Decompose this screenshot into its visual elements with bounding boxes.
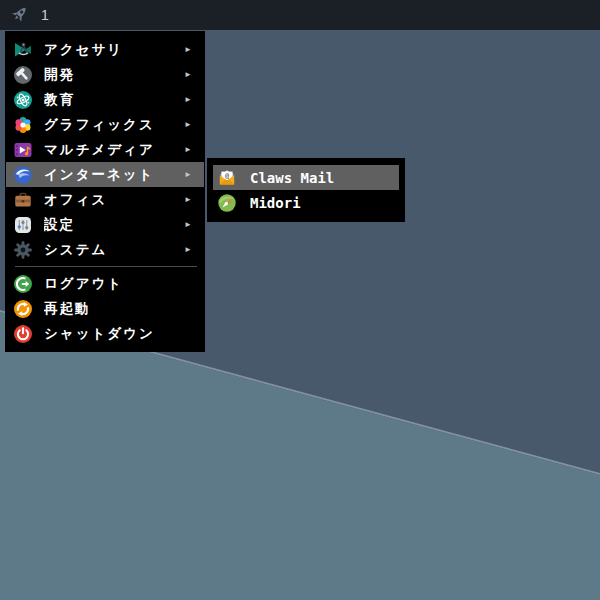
menu-item-label: 開発 <box>44 66 184 84</box>
menu-item-label: オフィス <box>44 191 184 209</box>
submenu-arrow-icon: ► <box>184 170 197 179</box>
submenu-arrow-icon: ► <box>184 195 197 204</box>
menu-item-internet[interactable]: インターネット ► <box>6 162 204 187</box>
menu-item-label: アクセサリ <box>44 41 184 59</box>
submenu-item-midori[interactable]: Midori <box>213 190 399 215</box>
submenu-item-label: Claws Mail <box>250 170 397 186</box>
menu-item-system[interactable]: システム ► <box>6 237 204 262</box>
development-icon <box>13 65 33 85</box>
logout-icon <box>13 274 33 294</box>
submenu-item-label: Midori <box>250 195 397 211</box>
menu-item-settings[interactable]: 設定 ► <box>6 212 204 237</box>
menu-item-label: シャットダウン <box>44 325 197 343</box>
svg-text:@: @ <box>225 171 229 179</box>
graphics-icon <box>13 115 33 135</box>
menu-separator <box>15 266 197 267</box>
rocket-icon[interactable] <box>8 4 30 26</box>
submenu-arrow-icon: ► <box>184 245 197 254</box>
internet-icon <box>13 165 33 185</box>
restart-icon <box>13 299 33 319</box>
submenu-arrow-icon: ► <box>184 220 197 229</box>
system-icon <box>13 240 33 260</box>
menu-item-education[interactable]: 教育 ► <box>6 87 204 112</box>
settings-icon <box>13 215 33 235</box>
shutdown-icon <box>13 324 33 344</box>
submenu-arrow-icon: ► <box>184 45 197 54</box>
submenu-arrow-icon: ► <box>184 120 197 129</box>
menu-item-label: 設定 <box>44 216 184 234</box>
submenu-arrow-icon: ► <box>184 95 197 104</box>
menu-item-label: 再起動 <box>44 300 197 318</box>
menu-item-shutdown[interactable]: シャットダウン <box>6 321 204 346</box>
menu-item-logout[interactable]: ログアウト <box>6 271 204 296</box>
education-icon <box>13 90 33 110</box>
multimedia-icon <box>13 140 33 160</box>
workspace-indicator[interactable]: 1 <box>41 7 49 23</box>
midori-icon <box>217 193 237 213</box>
menu-item-development[interactable]: 開発 ► <box>6 62 204 87</box>
menu-item-multimedia[interactable]: マルチメディア ► <box>6 137 204 162</box>
claws-mail-icon: @ <box>217 168 237 188</box>
submenu-arrow-icon: ► <box>184 145 197 154</box>
menu-item-label: ログアウト <box>44 275 197 293</box>
menu-item-label: システム <box>44 241 184 259</box>
menu-item-label: マルチメディア <box>44 141 184 159</box>
menu-item-label: 教育 <box>44 91 184 109</box>
menu-item-graphics[interactable]: グラフィックス ► <box>6 112 204 137</box>
menu-item-label: インターネット <box>44 166 184 184</box>
menu-item-office[interactable]: オフィス ► <box>6 187 204 212</box>
menu-item-label: グラフィックス <box>44 116 184 134</box>
top-panel: 1 <box>0 0 600 30</box>
menu-item-accessories[interactable]: アクセサリ ► <box>6 37 204 62</box>
submenu-arrow-icon: ► <box>184 70 197 79</box>
menu-item-restart[interactable]: 再起動 <box>6 296 204 321</box>
submenu-item-claws-mail[interactable]: @ Claws Mail <box>213 165 399 190</box>
application-menu: アクセサリ ► 開発 ► 教育 <box>5 31 205 352</box>
office-icon <box>13 190 33 210</box>
internet-submenu: @ Claws Mail Midori <box>207 158 405 222</box>
accessories-icon <box>13 40 33 60</box>
